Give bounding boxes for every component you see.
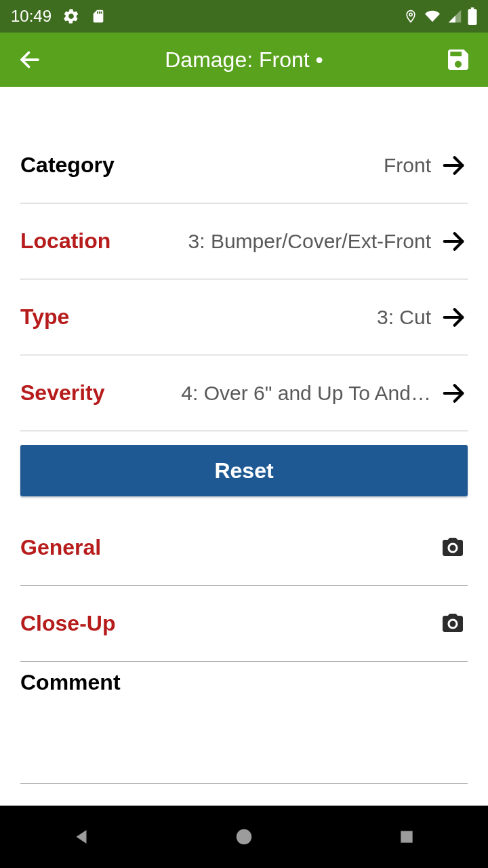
back-button[interactable] xyxy=(14,43,46,76)
closeup-row[interactable]: Close-Up xyxy=(20,586,468,662)
svg-rect-9 xyxy=(401,831,412,842)
svg-point-6 xyxy=(450,545,456,551)
comment-label: Comment xyxy=(20,670,468,695)
status-bar: 10:49 xyxy=(0,0,488,33)
triangle-back-icon xyxy=(71,827,92,847)
location-icon xyxy=(404,7,418,25)
battery-icon xyxy=(468,7,477,25)
svg-point-7 xyxy=(450,620,456,627)
app-bar: Damage: Front • xyxy=(0,33,488,87)
severity-value: 4: Over 6" and Up To And… xyxy=(113,382,431,405)
circle-home-icon xyxy=(234,827,254,847)
nav-recent-button[interactable] xyxy=(390,821,423,853)
arrow-back-icon xyxy=(18,47,42,72)
general-row[interactable]: General xyxy=(20,510,468,586)
cellular-icon xyxy=(447,9,462,24)
chevron-right-icon xyxy=(439,227,468,256)
svg-point-0 xyxy=(409,13,412,16)
save-button[interactable] xyxy=(442,43,474,76)
category-label: Category xyxy=(20,153,115,178)
general-label: General xyxy=(20,535,101,560)
category-value: Front xyxy=(123,154,431,177)
category-row[interactable]: Category Front xyxy=(20,127,468,203)
comment-section[interactable]: Comment xyxy=(20,662,468,784)
type-value: 3: Cut xyxy=(77,306,431,329)
closeup-label: Close-Up xyxy=(20,611,115,636)
svg-point-8 xyxy=(237,829,252,845)
status-right xyxy=(404,7,477,25)
save-icon xyxy=(445,46,472,73)
location-label: Location xyxy=(20,229,110,254)
severity-label: Severity xyxy=(20,380,105,406)
camera-icon[interactable] xyxy=(438,610,468,637)
status-time: 10:49 xyxy=(11,7,52,26)
nav-home-button[interactable] xyxy=(228,821,260,853)
severity-row[interactable]: Severity 4: Over 6" and Up To And… xyxy=(20,355,468,431)
nav-back-button[interactable] xyxy=(65,821,98,853)
navigation-bar xyxy=(0,806,488,868)
content: Category Front Location 3: Bumper/Cover/… xyxy=(0,87,488,806)
wifi-icon xyxy=(423,9,442,24)
status-left: 10:49 xyxy=(11,7,106,26)
chevron-right-icon xyxy=(439,151,468,180)
reset-button[interactable]: Reset xyxy=(20,445,468,496)
chevron-right-icon xyxy=(439,379,468,408)
type-row[interactable]: Type 3: Cut xyxy=(20,279,468,355)
camera-icon[interactable] xyxy=(438,534,468,561)
chevron-right-icon xyxy=(439,303,468,332)
sd-card-icon xyxy=(91,7,106,25)
location-row[interactable]: Location 3: Bumper/Cover/Ext-Front xyxy=(20,203,468,279)
type-label: Type xyxy=(20,304,69,330)
reset-button-label: Reset xyxy=(214,458,273,484)
location-value: 3: Bumper/Cover/Ext-Front xyxy=(119,230,431,253)
page-title: Damage: Front • xyxy=(165,47,323,73)
square-recent-icon xyxy=(398,828,415,846)
gear-icon xyxy=(62,7,80,25)
